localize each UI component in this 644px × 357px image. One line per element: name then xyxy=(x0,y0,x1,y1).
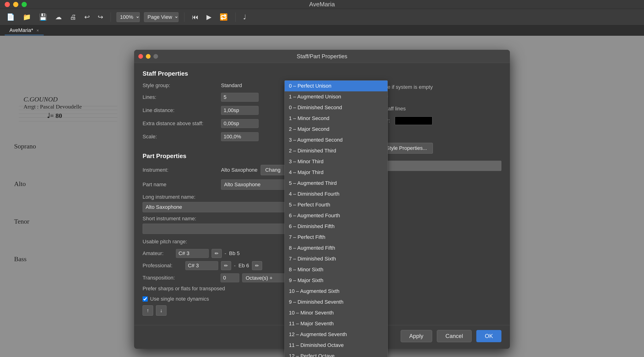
staff-line-color-picker[interactable] xyxy=(395,116,432,125)
professional-max-value: Eb 6 xyxy=(238,262,249,269)
dropdown-item[interactable]: 4 – Diminished Fourth xyxy=(285,188,388,200)
line-distance-input[interactable] xyxy=(221,106,258,115)
apply-button[interactable]: Apply xyxy=(401,330,432,342)
playback-play-button[interactable]: ▶ xyxy=(204,12,214,22)
app-title: AveMaria xyxy=(309,1,335,8)
line-distance-label: Line distance: xyxy=(142,107,218,114)
pitch-dash-2: - xyxy=(234,262,236,269)
minimize-window-button[interactable] xyxy=(13,2,18,7)
transposition-dropdown-list[interactable]: 0 – Perfect Unison1 – Augmented Unison0 … xyxy=(284,80,388,357)
dropdown-item[interactable]: 2 – Major Second xyxy=(285,124,388,134)
lines-label: Lines: xyxy=(142,94,218,100)
dropdown-item[interactable]: 10 – Minor Seventh xyxy=(285,308,388,318)
dropdown-item[interactable]: 0 – Perfect Unison xyxy=(285,80,388,91)
dropdown-item[interactable]: 12 – Augmented Seventh xyxy=(285,329,388,340)
dropdown-item[interactable]: 8 – Augmented Fifth xyxy=(285,242,388,254)
ok-button[interactable]: OK xyxy=(476,330,502,342)
dialog-title: Staff/Part Properties xyxy=(297,53,347,60)
dropdown-item[interactable]: 6 – Diminished Fifth xyxy=(285,221,388,232)
move-down-button[interactable]: ↓ xyxy=(156,305,166,316)
dropdown-item[interactable]: 6 – Augmented Fourth xyxy=(285,210,388,221)
dropdown-item[interactable]: 8 – Minor Sixth xyxy=(285,264,388,275)
scale-label: Scale: xyxy=(142,134,218,140)
lines-input[interactable] xyxy=(221,93,258,102)
dropdown-item[interactable]: 5 – Perfect Fourth xyxy=(285,200,388,210)
professional-min-input[interactable] xyxy=(185,261,218,270)
professional-min-edit-button[interactable]: ✏ xyxy=(221,261,231,270)
playback-begin-button[interactable]: ⏮ xyxy=(190,12,200,22)
style-group-value: Standard xyxy=(221,82,242,88)
dropdown-item[interactable]: 9 – Diminished Seventh xyxy=(285,297,388,308)
single-note-dynamics-label: Use single note dynamics xyxy=(150,296,209,302)
dropdown-item[interactable]: 3 – Minor Third xyxy=(285,156,388,167)
professional-label: Professional: xyxy=(142,262,182,269)
change-instrument-button[interactable]: Chang xyxy=(261,165,285,175)
cancel-button[interactable]: Cancel xyxy=(437,330,472,342)
main-content: C.GOUNOD Arrgt : Pascal Devoudelle ♩= 80… xyxy=(0,36,644,357)
style-group-label: Style group: xyxy=(142,82,218,88)
dropdown-item[interactable]: 1 – Augmented Unison xyxy=(285,91,388,102)
zoom-select[interactable]: 100% xyxy=(116,12,140,22)
move-up-button[interactable]: ↑ xyxy=(142,305,153,316)
redo-button[interactable]: ↪ xyxy=(96,12,105,22)
modal-overlay: Staff/Part Properties Staff Properties S… xyxy=(0,36,644,357)
save-button[interactable]: 💾 xyxy=(37,12,49,22)
dropdown-item[interactable]: 11 – Diminished Octave xyxy=(285,340,388,351)
single-note-dynamics-checkbox[interactable] xyxy=(142,296,148,302)
transposition-label: Transposition: xyxy=(142,275,218,281)
professional-max-edit-button[interactable]: ✏ xyxy=(252,261,262,270)
extra-distance-input[interactable] xyxy=(221,119,258,128)
dialog-maximize-button[interactable] xyxy=(153,54,158,59)
toolbar-divider-3 xyxy=(235,12,236,22)
open-button[interactable]: 📁 xyxy=(21,12,33,22)
prefer-sharps-label: Prefer sharps or flats for transposed xyxy=(142,286,225,292)
staff-part-properties-dialog: Staff/Part Properties Staff Properties S… xyxy=(134,50,510,349)
transposition-spinbox[interactable] xyxy=(220,274,239,282)
pitch-range-label: Usable pitch range: xyxy=(142,239,218,245)
dropdown-item[interactable]: 0 – Diminished Second xyxy=(285,102,388,113)
close-window-button[interactable] xyxy=(5,2,10,7)
dropdown-item[interactable]: 11 – Major Seventh xyxy=(285,318,388,329)
instrument-value: Alto Saxophone xyxy=(221,167,258,173)
staff-section-title: Staff Properties xyxy=(142,70,346,77)
title-bar: AveMaria xyxy=(0,0,644,9)
dialog-minimize-button[interactable] xyxy=(146,54,150,59)
dialog-traffic-lights[interactable] xyxy=(138,54,158,59)
pitch-dash-1: - xyxy=(224,250,226,256)
tab-avemaria[interactable]: AveMaria* × xyxy=(5,26,44,35)
amateur-max-value: Bb 5 xyxy=(229,250,240,256)
amateur-min-input[interactable] xyxy=(176,249,209,258)
maximize-window-button[interactable] xyxy=(22,2,27,7)
view-mode-select[interactable]: Page View xyxy=(144,12,178,22)
instrument-label: Instrument: xyxy=(142,167,218,173)
undo-button[interactable]: ↩ xyxy=(82,12,92,22)
dropdown-item[interactable]: 10 – Augmented Sixth xyxy=(285,286,388,297)
dropdown-item[interactable]: 4 – Major Third xyxy=(285,167,388,178)
tab-close-button[interactable]: × xyxy=(36,28,39,33)
part-name-label: Part name xyxy=(142,182,218,188)
toolbar-divider-1 xyxy=(110,12,111,22)
dropdown-item[interactable]: 12 – Perfect Octave xyxy=(285,351,388,357)
window-traffic-lights[interactable] xyxy=(5,2,27,7)
tab-label: AveMaria* xyxy=(10,27,33,33)
scale-input[interactable] xyxy=(221,132,258,141)
dropdown-item[interactable]: 7 – Diminished Sixth xyxy=(285,254,388,264)
print-button[interactable]: 🖨 xyxy=(68,12,78,22)
dropdown-item[interactable]: 7 – Perfect Fifth xyxy=(285,232,388,242)
dropdown-item[interactable]: 5 – Augmented Third xyxy=(285,178,388,188)
toolbar: 📄 📁 💾 ☁ 🖨 ↩ ↪ 100% Page View ⏮ ▶ 🔁 ♩ xyxy=(0,9,644,25)
upload-button[interactable]: ☁ xyxy=(53,12,64,22)
dialog-close-button[interactable] xyxy=(138,54,143,59)
dropdown-item[interactable]: 9 – Major Sixth xyxy=(285,275,388,286)
tab-bar: AveMaria* × xyxy=(0,25,644,36)
dropdown-item[interactable]: 1 – Minor Second xyxy=(285,113,388,124)
dialog-titlebar: Staff/Part Properties xyxy=(134,50,510,63)
amateur-min-edit-button[interactable]: ✏ xyxy=(212,249,222,258)
concert-pitch-button[interactable]: ♩ xyxy=(241,12,248,22)
new-button[interactable]: 📄 xyxy=(5,12,17,22)
dropdown-item[interactable]: 2 – Diminished Third xyxy=(285,146,388,156)
amateur-label: Amateur: xyxy=(142,250,173,256)
extra-distance-label: Extra distance above staff: xyxy=(142,120,218,126)
playback-loop-button[interactable]: 🔁 xyxy=(218,12,230,22)
dropdown-item[interactable]: 3 – Augmented Second xyxy=(285,134,388,146)
